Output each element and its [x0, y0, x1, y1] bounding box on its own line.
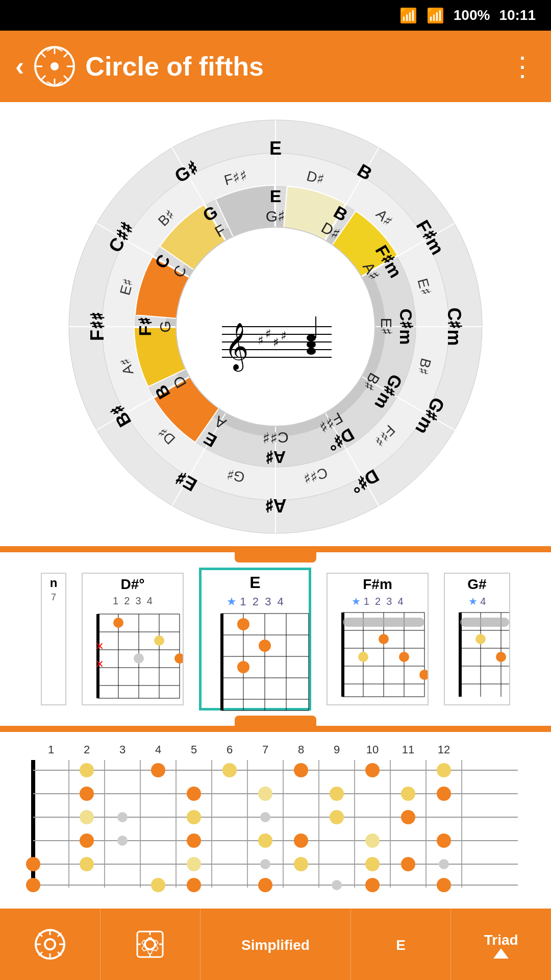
- svg-point-150: [475, 634, 486, 644]
- svg-point-214: [365, 857, 380, 871]
- svg-point-207: [294, 834, 308, 848]
- svg-point-151: [496, 652, 506, 662]
- circle-of-fifths-svg[interactable]: 𝄞 ♯ ♯ ♯ ♯ E B F♯m C♯m G♯m D♯° A♯ E♯ B♯ F…: [66, 117, 485, 536]
- top-divider: [0, 546, 551, 552]
- svg-text:F♯: F♯: [135, 317, 155, 336]
- svg-point-205: [258, 878, 272, 892]
- chord-diagram-dsharp-dim[interactable]: D#° 1 2 3 4: [82, 573, 184, 705]
- triad-label: Triad: [484, 932, 518, 948]
- key-label-E[interactable]: E: [269, 138, 282, 159]
- svg-rect-136: [343, 618, 424, 627]
- scroll-handle-bottom[interactable]: [235, 716, 316, 726]
- svg-text:G♯: G♯: [266, 208, 285, 225]
- svg-text:A♯: A♯: [265, 448, 286, 467]
- svg-text:2: 2: [84, 743, 90, 756]
- chord-diagram-partial-right[interactable]: G# ★ 4: [444, 573, 510, 705]
- svg-point-219: [437, 763, 451, 777]
- svg-point-217: [401, 810, 415, 824]
- svg-point-199: [187, 878, 201, 892]
- svg-point-184: [26, 878, 40, 892]
- svg-point-212: [365, 763, 380, 777]
- bottom-divider: [0, 726, 551, 732]
- scroll-handle-top[interactable]: [235, 552, 316, 562]
- svg-point-108: [174, 653, 183, 664]
- chord-name-dsharp: D#°: [83, 574, 183, 595]
- svg-text:♯: ♯: [281, 329, 287, 342]
- svg-line-8: [64, 52, 69, 57]
- nav-item-key-e[interactable]: E: [351, 909, 452, 980]
- circle-of-fifths-section: 𝄞 ♯ ♯ ♯ ♯ E B F♯m C♯m G♯m D♯° A♯ E♯ B♯ F…: [0, 102, 551, 546]
- svg-text:✕: ✕: [95, 658, 104, 670]
- header-bar: ‹ Circle of fifths ⋮: [0, 31, 551, 102]
- svg-point-216: [401, 787, 415, 801]
- fretboard-svg[interactable]: 1 2 3 4 5 6 7 8 9 10 11 12: [10, 742, 520, 895]
- svg-point-201: [258, 787, 272, 801]
- wifi-icon: 📶: [399, 7, 417, 24]
- wheel-icon: [35, 929, 65, 960]
- svg-point-206: [294, 763, 308, 777]
- svg-point-191: [117, 812, 128, 822]
- svg-line-7: [64, 76, 69, 81]
- svg-text:12: 12: [438, 743, 450, 756]
- svg-point-222: [439, 859, 449, 869]
- svg-point-105: [113, 618, 123, 628]
- chord-diagram-Fsharp-m[interactable]: F#m ★ 1 2 3 4: [327, 573, 429, 705]
- svg-point-218: [401, 857, 415, 871]
- simplified-label: Simplified: [241, 937, 310, 953]
- svg-point-190: [80, 857, 94, 871]
- svg-line-6: [40, 52, 45, 57]
- svg-text:✕: ✕: [95, 641, 104, 652]
- nav-item-triad[interactable]: Triad: [451, 909, 551, 980]
- svg-text:𝄞: 𝄞: [224, 323, 248, 372]
- svg-text:♯: ♯: [265, 327, 271, 340]
- svg-rect-149: [460, 618, 509, 627]
- svg-point-107: [134, 653, 144, 664]
- chord-name-Fsharp: F#m: [328, 574, 428, 595]
- svg-point-137: [379, 634, 389, 644]
- svg-text:10: 10: [366, 743, 379, 756]
- chord-diagram-E[interactable]: E ★ 1 2 3 4: [199, 568, 311, 710]
- svg-point-185: [26, 857, 40, 871]
- nav-item-wheel[interactable]: [0, 909, 101, 980]
- svg-point-138: [358, 652, 368, 662]
- nav-item-settings[interactable]: [101, 909, 201, 980]
- svg-text:C♯♯: C♯♯: [262, 429, 289, 446]
- svg-point-123: [259, 640, 271, 652]
- svg-point-195: [187, 787, 201, 801]
- svg-point-211: [332, 880, 342, 890]
- svg-point-43: [307, 348, 316, 355]
- svg-point-192: [117, 836, 128, 846]
- chord-diagrams-section: n 7 D#° 1 2 3 4: [0, 552, 551, 726]
- svg-text:6: 6: [227, 743, 233, 756]
- svg-point-225: [45, 939, 55, 949]
- svg-point-139: [399, 652, 409, 662]
- svg-line-9: [40, 76, 45, 81]
- app-logo: [34, 46, 75, 87]
- svg-text:3: 3: [119, 743, 126, 756]
- svg-point-215: [365, 878, 380, 892]
- time-text: 10:11: [499, 7, 536, 23]
- menu-button[interactable]: ⋮: [509, 51, 536, 82]
- svg-point-193: [151, 763, 165, 777]
- bottom-navigation: Simplified E Triad: [0, 909, 551, 980]
- svg-text:F♯♯: F♯♯: [87, 312, 108, 341]
- svg-point-124: [237, 661, 249, 673]
- svg-point-203: [258, 834, 272, 848]
- key-e-label: E: [396, 937, 406, 953]
- svg-text:4: 4: [155, 743, 161, 756]
- status-bar: 📶 📶 100% 10:11: [0, 0, 551, 31]
- back-button[interactable]: ‹: [15, 51, 24, 82]
- svg-point-202: [260, 812, 270, 822]
- svg-point-209: [330, 787, 344, 801]
- svg-point-213: [365, 834, 380, 848]
- svg-point-197: [187, 834, 201, 848]
- chord-name-E: E: [202, 570, 309, 595]
- svg-point-45: [307, 334, 316, 341]
- svg-text:E: E: [270, 186, 282, 206]
- svg-point-106: [154, 635, 164, 646]
- svg-point-186: [80, 763, 94, 777]
- svg-text:7: 7: [262, 743, 268, 756]
- nav-item-simplified[interactable]: Simplified: [201, 909, 350, 980]
- chord-diagram-partial-left[interactable]: n 7: [41, 573, 66, 705]
- svg-point-189: [80, 834, 94, 848]
